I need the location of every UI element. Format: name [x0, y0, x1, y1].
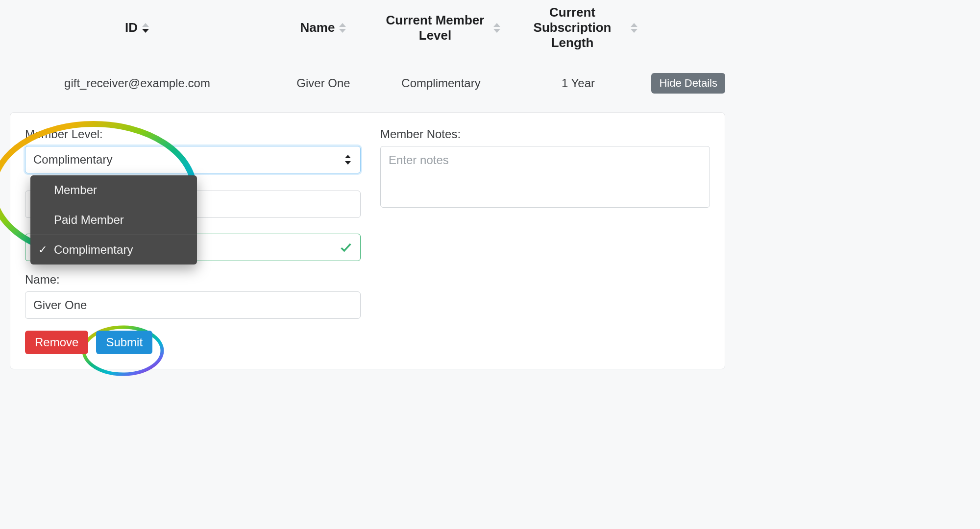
cell-subscription: 1 Year	[510, 76, 647, 90]
dropdown-option-complimentary[interactable]: ✓ Complimentary	[30, 235, 197, 264]
remove-button[interactable]: Remove	[25, 331, 88, 354]
hide-details-button[interactable]: Hide Details	[651, 73, 725, 94]
member-level-label: Member Level:	[25, 127, 361, 141]
dropdown-option-paid-member[interactable]: Paid Member	[30, 205, 197, 235]
notes-group: Member Notes:	[380, 127, 710, 211]
check-icon: ✓	[38, 243, 47, 256]
check-icon	[339, 240, 353, 254]
name-group: Name:	[25, 273, 361, 319]
dropdown-option-label: Paid Member	[54, 213, 124, 226]
member-level-select[interactable]: Complimentary Member Paid Member ✓ Compl…	[25, 146, 361, 173]
details-panel: Member Level: Complimentary Member Paid …	[10, 112, 725, 369]
column-header-name[interactable]: Name	[300, 20, 335, 35]
member-level-dropdown: Member Paid Member ✓ Complimentary	[30, 175, 197, 264]
dropdown-option-label: Complimentary	[54, 243, 133, 256]
name-input[interactable]	[25, 291, 361, 319]
name-label: Name:	[25, 273, 361, 287]
sort-icon[interactable]	[493, 22, 501, 34]
submit-button[interactable]: Submit	[96, 331, 152, 354]
dropdown-option-label: Member	[54, 183, 97, 196]
cell-id: gift_receiver@example.com	[0, 76, 274, 90]
sort-icon[interactable]	[630, 22, 638, 34]
chevron-updown-icon	[344, 155, 351, 165]
dropdown-option-member[interactable]: Member	[30, 175, 197, 205]
table-row: gift_receiver@example.com Giver One Comp…	[0, 59, 735, 107]
sort-icon[interactable]	[339, 22, 346, 34]
member-level-value: Complimentary	[33, 153, 112, 167]
notes-label: Member Notes:	[380, 127, 710, 141]
column-header-id[interactable]: ID	[125, 20, 138, 35]
button-row: Remove Submit	[25, 331, 361, 354]
cell-name: Giver One	[274, 76, 372, 90]
sort-icon[interactable]	[142, 22, 149, 34]
column-header-subscription[interactable]: Current Subscription Length	[518, 5, 626, 51]
column-header-level[interactable]: Current Member Level	[381, 13, 489, 43]
member-level-group: Member Level: Complimentary Member Paid …	[25, 127, 361, 173]
notes-textarea[interactable]	[380, 146, 710, 208]
table-header: ID Name Current Member Level Current Sub…	[0, 0, 735, 59]
cell-level: Complimentary	[372, 76, 510, 90]
